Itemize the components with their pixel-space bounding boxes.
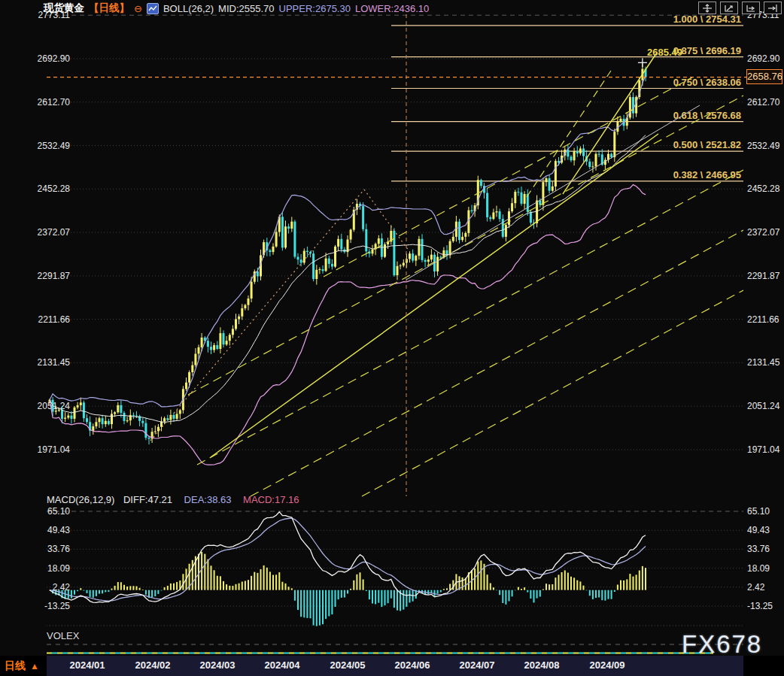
svg-text:0.875 \ 2696.19: 0.875 \ 2696.19 (673, 45, 741, 56)
svg-text:1971.04: 1971.04 (747, 444, 780, 455)
svg-text:-13.25: -13.25 (747, 601, 773, 611)
time-axis-bar: 日线▲ 2024/012024/022024/032024/042024/052… (0, 656, 784, 676)
svg-text:65.10: 65.10 (747, 506, 770, 517)
svg-text:18.09: 18.09 (47, 563, 70, 574)
svg-text:2452.28: 2452.28 (38, 183, 71, 194)
time-axis-month-label: 2024/03 (191, 659, 244, 671)
time-axis-month-label: 2024/02 (126, 659, 179, 671)
svg-text:2532.49: 2532.49 (747, 141, 780, 151)
volex-label: VOLEX (47, 630, 79, 641)
svg-text:2372.07: 2372.07 (38, 227, 71, 238)
svg-text:2131.45: 2131.45 (38, 357, 71, 368)
chart-canvas[interactable]: 2773.112773.112692.902692.902612.702612.… (0, 0, 784, 676)
svg-text:2291.87: 2291.87 (747, 271, 780, 281)
svg-text:33.76: 33.76 (47, 544, 70, 554)
trendline-annotations[interactable] (150, 14, 743, 496)
indicator-chart-icon (147, 3, 159, 14)
time-axis-month-label: 2024/05 (321, 659, 374, 671)
time-axis-month-label: 2024/07 (451, 659, 503, 671)
period-label: 日线 (5, 659, 26, 671)
svg-text:2532.49: 2532.49 (38, 141, 71, 151)
svg-text:2612.70: 2612.70 (38, 97, 71, 108)
chart-toolbar (698, 2, 782, 14)
candlestick-series (49, 64, 647, 444)
collapse-icon[interactable]: ⊖ (134, 3, 142, 14)
svg-text:2211.66: 2211.66 (38, 314, 71, 325)
svg-text:1.000 \ 2754.31: 1.000 \ 2754.31 (673, 14, 741, 25)
svg-text:2612.70: 2612.70 (747, 97, 780, 108)
boll-mid-value: MID:2555.70 (218, 3, 274, 14)
svg-text:1971.04: 1971.04 (38, 444, 71, 455)
svg-text:2051.24: 2051.24 (747, 401, 780, 411)
current-price-badge: 2658.76 (746, 69, 782, 84)
boll-lower-value: LOWER:2436.10 (355, 3, 429, 14)
svg-text:2211.66: 2211.66 (747, 314, 779, 325)
watermark: FX678 (682, 630, 762, 659)
svg-text:49.43: 49.43 (47, 525, 70, 535)
pan-axis-icon[interactable] (742, 2, 760, 14)
period-selector[interactable]: 日线▲ (5, 659, 39, 673)
svg-text:2.42: 2.42 (747, 582, 765, 593)
period-arrow-icon: ▲ (30, 661, 39, 671)
scale-axis-icon[interactable] (720, 2, 738, 14)
svg-text:2372.07: 2372.07 (747, 227, 780, 238)
chart-header: 现货黄金 【日线】 ⊖ BOLL(26,2) MID:2555.70 UPPER… (44, 2, 429, 15)
svg-text:0.382 \ 2466.95: 0.382 \ 2466.95 (673, 169, 741, 180)
svg-text:2131.45: 2131.45 (747, 357, 780, 368)
time-axis-month-label: 2024/08 (515, 659, 568, 671)
high-price-label: 2685.49 (647, 47, 682, 58)
svg-text:0.500 \ 2521.82: 0.500 \ 2521.82 (673, 139, 741, 150)
macd-value: MACD:17.16 (243, 494, 299, 505)
svg-text:49.43: 49.43 (747, 525, 770, 535)
period-tag[interactable]: 【日线】 (89, 2, 129, 15)
svg-text:-13.25: -13.25 (44, 601, 70, 611)
svg-text:2692.90: 2692.90 (38, 53, 71, 64)
macd-dea-value: DEA:38.63 (184, 494, 232, 505)
macd-diff-value: DIFF:47.21 (123, 494, 172, 505)
macd-header: MACD(26,12,9) DIFF:47.21 DEA:38.63 MACD:… (47, 494, 299, 505)
svg-text:2291.87: 2291.87 (38, 271, 71, 281)
svg-text:33.76: 33.76 (747, 544, 770, 554)
boll-label: BOLL(26,2) (163, 3, 214, 14)
goto-latest-icon[interactable] (764, 2, 782, 14)
svg-text:18.09: 18.09 (747, 563, 770, 574)
move-tool-icon[interactable] (698, 2, 716, 14)
macd-gridlines (47, 511, 743, 626)
svg-text:65.10: 65.10 (47, 506, 70, 517)
time-axis-month-label: 2024/04 (256, 659, 308, 671)
time-axis-month-label: 2024/01 (61, 659, 114, 671)
pane-separators (47, 644, 743, 653)
time-axis-month-label: 2024/06 (386, 659, 439, 671)
trading-chart-window: 2773.112773.112692.902692.902612.702612.… (0, 0, 784, 676)
macd-label: MACD(26,12,9) (47, 494, 114, 505)
svg-text:2692.90: 2692.90 (747, 53, 780, 64)
high-marker-cross (638, 58, 647, 67)
macd-axis-labels: 65.1065.1049.4349.4333.7633.7618.0918.09… (44, 506, 773, 611)
symbol-name: 现货黄金 (44, 2, 84, 15)
boll-upper-value: UPPER:2675.30 (279, 3, 351, 14)
svg-text:2452.28: 2452.28 (747, 183, 780, 194)
time-axis-month-label: 2024/09 (581, 659, 634, 671)
